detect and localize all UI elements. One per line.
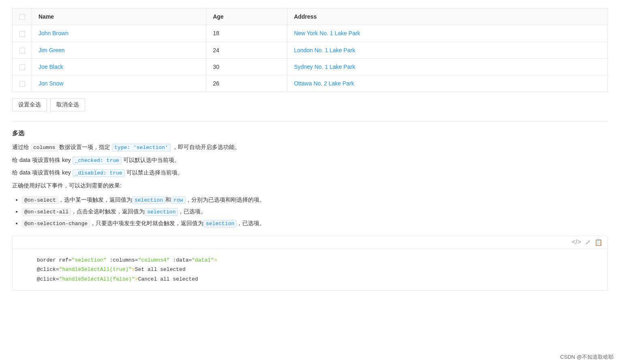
code-part-4-4: Cancel all selected: [138, 276, 198, 282]
bullet-list: @on-select，选中某一项触发，返回值为selection和row，分别为…: [12, 194, 608, 229]
bullet-tag-2: @on-selection-change: [22, 220, 90, 228]
row-checkbox-2[interactable]: [19, 64, 25, 70]
bullet-mid-1: ，已选项。: [178, 208, 206, 215]
row-name-0: John Brown: [32, 25, 206, 42]
bullet-item-2: @on-selection-change，只要选中项发生变化时就会触发，返回值为…: [22, 217, 608, 229]
code-part-3-3: >: [132, 266, 135, 272]
code-part-3-0: @click="handleSelectAll(true)">Set all s…: [37, 266, 186, 272]
bullet-item-0: @on-select，选中某一项触发，返回值为selection和row，分别为…: [22, 194, 608, 206]
row-address-1: London No. 1 Lake Park: [287, 42, 608, 58]
code-part-4-1: @click=: [37, 276, 59, 282]
row-age-1: 24: [206, 42, 287, 58]
code-part-2-6: "data1": [192, 257, 214, 263]
desc-line-3: 给 data 项设置特殊 key _disabled: true 可以禁止选择当…: [12, 168, 608, 178]
cancel-all-button[interactable]: 取消全选: [50, 98, 85, 111]
row-age-2: 30: [206, 58, 287, 75]
row-checkbox-1[interactable]: [19, 48, 25, 53]
section-divider: [12, 121, 608, 121]
desc1-post: ，即可自动开启多选功能。: [172, 144, 240, 150]
code-part-2-7: >: [214, 257, 217, 263]
bullet-mid-0: 和: [165, 196, 171, 203]
row-checkbox-0[interactable]: [19, 31, 25, 37]
row-checkbox-cell: [13, 25, 32, 42]
code-block: border ref="selection" :columns="columns…: [13, 249, 607, 290]
row-name-2: Joe Black: [32, 58, 206, 75]
bullet-pre-1: ，点击全选时触发，返回值为: [71, 208, 145, 215]
header-address: Address: [287, 9, 608, 25]
code-toolbar: </> ⤢ 📋: [13, 236, 607, 249]
row-checkbox-cell: [13, 75, 32, 92]
row-checkbox-cell: [13, 58, 32, 75]
code-part-2-1: border ref=: [37, 257, 72, 263]
button-group: 设置全选 取消全选: [12, 98, 608, 111]
code-part-3-4: Set all selected: [135, 266, 186, 272]
code-part-3-2: "handleSelectAll(true)": [59, 266, 132, 272]
desc1-code2: type: 'selection': [112, 144, 171, 151]
page-container: Name Age Address John Brown 18 New York …: [0, 0, 620, 299]
code-part-2-2: "selection": [72, 257, 107, 263]
code-line-2: border ref="selection" :columns="columns…: [37, 255, 599, 265]
bullet-post-0: ，分别为已选项和刚选择的项。: [186, 196, 265, 203]
select-all-button[interactable]: 设置全选: [12, 98, 47, 111]
code-part-2-4: "columns4": [138, 257, 170, 263]
bullet-tag-1: @on-select-all: [22, 208, 71, 216]
desc3-post: 可以禁止选择当前项。: [126, 169, 183, 176]
code-part-4-3: >: [135, 276, 138, 282]
code-part-2-0: border ref="selection" :columns="columns…: [37, 257, 217, 263]
bullet-item-1: @on-select-all，点击全选时触发，返回值为selection，已选项…: [22, 206, 608, 217]
code-part-2-5: :data=: [170, 257, 192, 263]
expand-icon[interactable]: ⤢: [585, 238, 590, 246]
bullet-pre-2: ，只要选中项发生变化时就会触发，返回值为: [90, 220, 203, 226]
row-address-2: Sydney No. 1 Lake Park: [287, 58, 608, 75]
desc1-mid: 数据设置一项，指定: [59, 144, 110, 150]
desc2-pre: 给 data 项设置特殊 key: [12, 157, 71, 163]
row-name-3: Jon Snow: [32, 75, 206, 92]
code-part-3-1: @click=: [37, 266, 59, 272]
bullet-code2-0: row: [171, 196, 185, 204]
table-row: John Brown 18 New York No. 1 Lake Park: [13, 25, 608, 42]
row-name-1: Jim Green: [32, 42, 206, 58]
code-icon[interactable]: </>: [572, 238, 581, 246]
desc-line-4: 正确使用好以下事件，可以达到需要的效果:: [12, 181, 608, 191]
code-part-4-2: "handleSelectAll(false)": [59, 276, 135, 282]
desc2-code1: _checked: true: [73, 157, 122, 164]
header-checkbox[interactable]: [19, 14, 25, 20]
code-line-3: @click="handleSelectAll(true)">Set all s…: [37, 265, 599, 274]
table-header-row: Name Age Address: [13, 9, 608, 25]
table-row: Jim Green 24 London No. 1 Lake Park: [13, 42, 608, 58]
table-row: Joe Black 30 Sydney No. 1 Lake Park: [13, 58, 608, 75]
bullet-code1-2: selection: [203, 220, 237, 228]
desc1-pre: 通过给: [12, 144, 29, 150]
data-table: Name Age Address John Brown 18 New York …: [12, 8, 608, 92]
row-address-3: Ottawa No. 2 Lake Park: [287, 75, 608, 92]
section-title: 多选: [12, 128, 608, 137]
desc3-code1: _disabled: true: [73, 169, 125, 177]
desc-line-1: 通过给 columns 数据设置一项，指定 type: 'selection' …: [12, 142, 608, 152]
code-part-4-0: @click="handleSelectAll(false)">Cancel a…: [37, 276, 198, 282]
code-section: </> ⤢ 📋 border ref="selection" :columns=…: [12, 236, 608, 291]
row-age-0: 18: [206, 25, 287, 42]
table-row: Jon Snow 26 Ottawa No. 2 Lake Park: [13, 75, 608, 92]
desc2-post: 可以默认选中当前项。: [123, 157, 180, 163]
desc3-pre: 给 data 项设置特殊 key: [12, 169, 71, 176]
header-age: Age: [206, 9, 287, 25]
header-name: Name: [32, 9, 206, 25]
row-age-3: 26: [206, 75, 287, 92]
desc1-code1: columns: [31, 144, 58, 151]
bullet-pre-0: ，选中某一项触发，返回值为: [58, 196, 132, 203]
header-checkbox-col: [13, 9, 32, 25]
bullet-code1-1: selection: [145, 208, 178, 216]
row-address-0: New York No. 1 Lake Park: [287, 25, 608, 42]
bullet-code1-0: selection: [132, 196, 165, 204]
desc-line-2: 给 data 项设置特殊 key _checked: true 可以默认选中当前…: [12, 155, 608, 165]
bullet-tag-0: @on-select: [22, 196, 58, 204]
code-part-2-3: :columns=: [107, 257, 138, 263]
code-line-4: @click="handleSelectAll(false)">Cancel a…: [37, 275, 599, 284]
bullet-mid-2: ，已选项。: [237, 220, 265, 226]
row-checkbox-3[interactable]: [19, 81, 25, 87]
row-checkbox-cell: [13, 42, 32, 58]
copy-icon[interactable]: 📋: [594, 238, 603, 246]
